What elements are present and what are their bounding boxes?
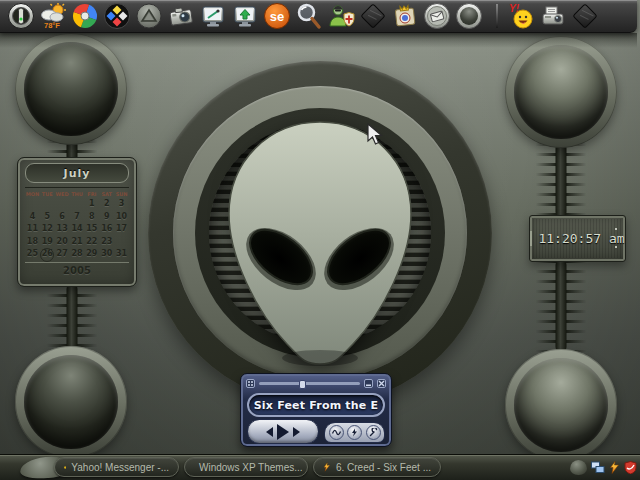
calendar-day-cell: 30 bbox=[99, 248, 114, 261]
taskbar-task-windows-xp-themes[interactable]: e Windows XP Themes... bbox=[184, 457, 308, 477]
book-crest-icon[interactable] bbox=[390, 1, 420, 31]
alien-chin-shadow bbox=[282, 350, 358, 366]
weather-icon[interactable]: 78°F bbox=[38, 1, 68, 31]
player-transport bbox=[247, 419, 319, 444]
black-diamond2-icon[interactable] bbox=[570, 1, 600, 31]
lightning-button[interactable] bbox=[347, 425, 362, 440]
task-label: 6. Creed - Six Feet ... bbox=[336, 462, 431, 473]
player-minimize-button[interactable] bbox=[364, 379, 373, 388]
calendar-dow: FRI bbox=[84, 190, 99, 198]
taskbar-task-winamp-creed[interactable]: 6. Creed - Six Feet ... bbox=[313, 457, 441, 477]
calendar-day-cell bbox=[40, 198, 55, 211]
mouse-cursor bbox=[366, 123, 386, 147]
player-controls bbox=[247, 419, 385, 444]
settings-wrench-button[interactable] bbox=[366, 425, 381, 440]
spiky-spine-right-top bbox=[529, 143, 593, 217]
camera-icon[interactable] bbox=[166, 1, 196, 31]
player-seek-thumb[interactable] bbox=[299, 380, 306, 389]
calendar-week-row: 11 12 13 14 15 16 17 bbox=[25, 223, 129, 236]
calendar-grid: MON TUE WED THU FRI SAT SUN 1 2 3 4 5 6 bbox=[25, 187, 129, 263]
printer-camera-icon[interactable] bbox=[538, 1, 568, 31]
display-network-icon[interactable] bbox=[591, 461, 605, 474]
orb-ball bbox=[24, 355, 118, 449]
calendar-day-cell: 28 bbox=[70, 248, 85, 261]
calendar-day-cell: 3 bbox=[114, 198, 129, 211]
power-toggle-icon[interactable] bbox=[6, 1, 36, 31]
dock-divider bbox=[496, 4, 498, 28]
taskbar-task-yahoo-messenger[interactable]: Yahoo! Messenger -... bbox=[54, 457, 179, 477]
calendar-day-cell: 17 bbox=[114, 223, 129, 236]
black-diamond-icon[interactable] bbox=[358, 1, 388, 31]
spiky-spine-right-bottom bbox=[529, 260, 593, 352]
next-button[interactable] bbox=[293, 427, 300, 437]
calendar-day-cell: 29 bbox=[84, 248, 99, 261]
alien-head-graphic bbox=[225, 118, 415, 368]
calendar-day-cell: 16 bbox=[99, 223, 114, 236]
icon-dock: 78°F se bbox=[0, 0, 637, 33]
player-track-display: Six Feet From the E bbox=[247, 393, 385, 417]
color-swirl-icon[interactable] bbox=[70, 1, 100, 31]
player-seek-slider[interactable] bbox=[259, 382, 360, 385]
calendar-day-cell: 5 bbox=[40, 211, 55, 224]
spiky-spine-left-bottom bbox=[40, 284, 104, 350]
winamp-lightning-icon bbox=[323, 460, 331, 474]
calendar-dow: SAT bbox=[99, 190, 114, 198]
calendar-day-cell bbox=[114, 236, 129, 249]
calendar-dow: WED bbox=[55, 190, 70, 198]
previous-button[interactable] bbox=[266, 427, 273, 437]
calendar-day-cell-selected: 26 bbox=[40, 248, 55, 261]
se-logo-icon[interactable]: se bbox=[262, 1, 292, 31]
calendar-day-cell: 23 bbox=[99, 236, 114, 249]
calendar-dow: THU bbox=[70, 190, 85, 198]
calendar-week-row: 18 19 20 21 22 23 bbox=[25, 236, 129, 249]
mail-circle-icon[interactable] bbox=[422, 1, 452, 31]
tray-orb bbox=[570, 460, 587, 475]
play-button[interactable] bbox=[277, 424, 289, 440]
calendar-day-cell: 2 bbox=[99, 198, 114, 211]
calendar-day-cell: 25 bbox=[25, 248, 40, 261]
calendar-dow: SUN bbox=[114, 190, 129, 198]
player-titlebar[interactable] bbox=[246, 377, 386, 390]
corner-orb-bottom-right bbox=[505, 349, 617, 461]
clock-time: 11:20:57 am bbox=[530, 231, 624, 246]
media-player: Six Feet From the E bbox=[240, 373, 392, 447]
red-shield-icon[interactable] bbox=[624, 461, 637, 474]
player-close-button[interactable] bbox=[377, 379, 386, 388]
calendar-day-header-row: MON TUE WED THU FRI SAT SUN bbox=[25, 190, 129, 198]
calendar-day-cell: 22 bbox=[84, 236, 99, 249]
calendar-day-cell: 8 bbox=[84, 211, 99, 224]
calendar-day-cell: 15 bbox=[84, 223, 99, 236]
visualizer-button[interactable] bbox=[329, 425, 344, 440]
calendar-day-cell: 11 bbox=[25, 223, 40, 236]
dock-shadow bbox=[0, 33, 637, 48]
calendar-day-cell: 7 bbox=[70, 211, 85, 224]
calendar-day-cell: 31 bbox=[114, 248, 129, 261]
winamp-lightning-tray-icon[interactable] bbox=[609, 461, 620, 474]
calendar-day-cell: 12 bbox=[40, 223, 55, 236]
system-tray bbox=[570, 457, 637, 478]
monitor-paint-icon[interactable] bbox=[198, 1, 228, 31]
corner-orb-top-right bbox=[505, 36, 617, 148]
weather-temp-label: 78°F bbox=[44, 21, 60, 30]
calendar-day-cell bbox=[55, 198, 70, 211]
task-label: Windows XP Themes... bbox=[199, 462, 303, 473]
yahoo-messenger-icon[interactable]: Y! bbox=[506, 1, 536, 31]
pyramid-orb-icon[interactable] bbox=[134, 1, 164, 31]
task-label: Yahoo! Messenger -... bbox=[71, 462, 169, 473]
monitor-upload-icon[interactable] bbox=[230, 1, 260, 31]
desktop: 78°F se bbox=[0, 0, 640, 480]
orb-ball bbox=[24, 42, 118, 136]
orb-ball bbox=[514, 358, 608, 452]
calendar-week-row: 1 2 3 bbox=[25, 198, 129, 211]
magnifier-icon[interactable] bbox=[294, 1, 324, 31]
yahoo-smiley-icon bbox=[64, 461, 66, 474]
calendar-month-title: July bbox=[25, 163, 129, 183]
taskbar: Yahoo! Messenger -... e Windows XP Theme… bbox=[0, 454, 640, 480]
user-shield-icon[interactable] bbox=[326, 1, 356, 31]
player-menu-button[interactable] bbox=[246, 379, 255, 388]
calendar-day-cell bbox=[25, 198, 40, 211]
calendar-day-cell: 19 bbox=[40, 236, 55, 249]
diamonds-icon[interactable] bbox=[102, 1, 132, 31]
blank-circle-icon[interactable] bbox=[454, 1, 484, 31]
calendar-day-cell: 9 bbox=[99, 211, 114, 224]
